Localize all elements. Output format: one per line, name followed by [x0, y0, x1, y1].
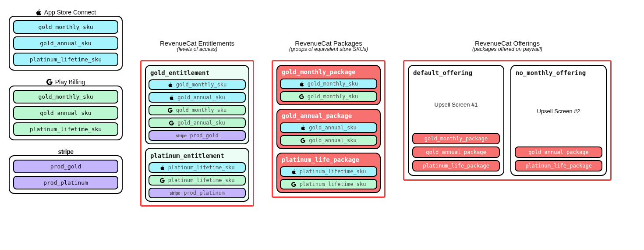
packages-subtitle: (groups of equivalent store SKUs): [272, 46, 386, 52]
package-name: gold_monthly_package: [280, 68, 377, 76]
offering-upsell-label: Upsell Screen #1: [412, 78, 500, 131]
google-icon: [169, 121, 174, 125]
apple-store-title: App Store Connect: [9, 9, 123, 16]
sku-label: gold_annual_sku: [309, 125, 356, 131]
apple-icon: [299, 82, 304, 86]
offering-package: gold_monthly_package: [412, 133, 500, 144]
google-store-title-text: Play Billing: [55, 79, 85, 86]
sku-label: platinum_lifetime_sku: [168, 177, 235, 183]
package-name: gold_annual_package: [280, 112, 377, 120]
package-sku: gold_monthly_sku: [280, 91, 377, 102]
offerings-column: RevenueCat Offerings (packages offered o…: [403, 39, 612, 181]
packages-frame: gold_monthly_packagegold_monthly_skugold…: [272, 60, 386, 198]
diagram-canvas: App Store Connect gold_monthly_sku gold_…: [9, 9, 635, 207]
google-sku: gold_annual_sku: [13, 106, 118, 120]
entitlement-sku: platinum_lifetime_sku: [149, 162, 246, 173]
offering-name: no_monthly_offering: [515, 69, 602, 78]
sku-label: gold_monthly_sku: [308, 93, 358, 100]
offering-package: platinum_life_package: [412, 160, 500, 171]
entitlements-subtitle: (levels of access): [140, 46, 254, 52]
apple-store-title-text: App Store Connect: [44, 9, 96, 16]
sku-label: gold_monthly_sku: [176, 107, 227, 113]
google-store-box: gold_monthly_sku gold_annual_sku platinu…: [9, 86, 123, 140]
apple-icon: [301, 125, 305, 130]
stripe-icon: stripe: [176, 133, 186, 138]
offering-box: default_offeringUpsell Screen #1gold_mon…: [408, 65, 504, 176]
entitlement-box: platinum_entitlementplatinum_lifetime_sk…: [145, 148, 249, 202]
google-sku: platinum_lifetime_sku: [13, 122, 118, 136]
sku-label: platinum_lifetime_sku: [300, 168, 366, 175]
stripe-store-box: prod_gold prod_platinum: [9, 155, 123, 194]
apple-store-group: App Store Connect gold_monthly_sku gold_…: [9, 9, 123, 71]
sku-label: prod_platinum: [184, 190, 225, 196]
entitlement-sku: stripeprod_gold: [149, 130, 246, 141]
offering-package: platinum_life_package: [515, 160, 602, 171]
google-store-group: Play Billing gold_monthly_sku gold_annua…: [9, 79, 123, 140]
offering-package: gold_annual_package: [515, 146, 602, 158]
packages-column: RevenueCat Packages (groups of equivalen…: [272, 39, 386, 198]
entitlement-sku: gold_monthly_sku: [149, 105, 246, 115]
package-box: gold_annual_packagegold_annual_skugold_a…: [276, 109, 381, 149]
entitlements-column: RevenueCat Entitlements (levels of acces…: [140, 39, 254, 207]
entitlement-sku: platinum_lifetime_sku: [149, 175, 246, 186]
google-icon: [301, 138, 305, 143]
google-sku: gold_monthly_sku: [13, 90, 118, 104]
offering-package: gold_annual_package: [412, 146, 500, 158]
stripe-store-title: stripe: [9, 148, 123, 155]
sku-label: platinum_lifetime_sku: [300, 181, 366, 187]
offering-name: default_offering: [412, 69, 500, 78]
entitlement-name: platinum_entitlement: [149, 151, 246, 160]
google-store-title: Play Billing: [9, 79, 123, 86]
entitlement-sku: gold_monthly_sku: [149, 79, 246, 90]
apple-icon: [169, 95, 174, 100]
package-sku: gold_annual_sku: [280, 122, 377, 133]
apple-sku: platinum_lifetime_sku: [13, 53, 118, 66]
google-icon: [160, 178, 165, 183]
apple-icon: [291, 169, 296, 174]
package-sku: gold_monthly_sku: [280, 79, 377, 89]
apple-icon: [160, 165, 165, 170]
sku-label: gold_monthly_sku: [176, 82, 227, 88]
package-box: gold_monthly_packagegold_monthly_skugold…: [276, 65, 381, 105]
google-icon: [46, 79, 53, 85]
sku-label: gold_annual_sku: [177, 120, 225, 126]
entitlements-frame: gold_entitlementgold_monthly_skugold_ann…: [140, 60, 254, 207]
package-sku: platinum_lifetime_sku: [280, 179, 377, 189]
entitlement-sku: gold_annual_sku: [149, 92, 246, 103]
sku-label: platinum_lifetime_sku: [168, 164, 235, 171]
apple-sku: gold_annual_sku: [13, 36, 118, 50]
entitlement-sku: stripeprod_platinum: [149, 188, 246, 198]
google-icon: [168, 108, 173, 113]
google-icon: [291, 182, 296, 187]
stripe-store-group: stripe prod_gold prod_platinum: [9, 148, 123, 194]
apple-sku: gold_monthly_sku: [13, 20, 118, 34]
sku-label: gold_annual_sku: [309, 137, 356, 143]
package-sku: platinum_lifetime_sku: [280, 166, 377, 177]
stripe-sku: prod_gold: [13, 160, 118, 173]
sku-label: gold_monthly_sku: [308, 81, 358, 87]
stores-column: App Store Connect gold_monthly_sku gold_…: [9, 9, 123, 194]
apple-store-box: gold_monthly_sku gold_annual_sku platinu…: [9, 16, 123, 71]
stripe-icon: stripe: [170, 191, 180, 196]
stripe-sku: prod_platinum: [13, 176, 118, 189]
google-icon: [299, 94, 304, 99]
offerings-subtitle: (packages offered on paywall): [403, 46, 612, 52]
entitlement-sku: gold_annual_sku: [149, 118, 246, 128]
entitlement-box: gold_entitlementgold_monthly_skugold_ann…: [145, 65, 249, 144]
package-box: platinum_life_packageplatinum_lifetime_s…: [276, 153, 381, 193]
apple-icon: [35, 9, 42, 15]
apple-icon: [168, 82, 173, 87]
entitlement-name: gold_entitlement: [149, 68, 246, 77]
package-sku: gold_annual_sku: [280, 135, 377, 146]
offering-upsell-label: Upsell Screen #2: [515, 78, 602, 144]
offerings-frame: default_offeringUpsell Screen #1gold_mon…: [403, 60, 612, 181]
offering-box: no_monthly_offeringUpsell Screen #2gold_…: [510, 65, 607, 176]
package-name: platinum_life_package: [280, 156, 377, 164]
sku-label: gold_annual_sku: [177, 94, 225, 100]
sku-label: prod_gold: [190, 132, 219, 139]
